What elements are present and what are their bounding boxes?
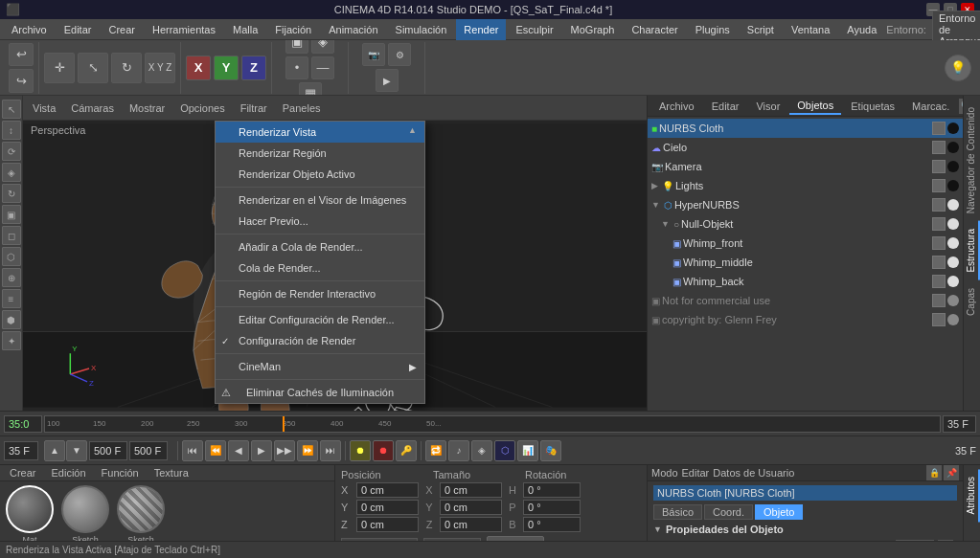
lights-vis-sq[interactable] [932, 179, 946, 192]
menu-renderizar-region[interactable]: Renderizar Región [216, 143, 424, 164]
goto-start-btn[interactable]: ⏮ [182, 440, 203, 461]
menu-animacion[interactable]: Animación [321, 19, 385, 40]
left-icon-6[interactable]: ▣ [2, 205, 21, 224]
obj-not-commercial[interactable]: ▣ Not for commercial use [648, 291, 963, 310]
poly-mode[interactable]: ▦ [299, 82, 322, 97]
record-btn[interactable]: ⏺ [350, 440, 371, 461]
mat-tab-textura[interactable]: Textura [148, 465, 194, 480]
menu-mograph[interactable]: MoGraph [563, 19, 623, 40]
left-icon-1[interactable]: ↖ [2, 100, 21, 119]
kamera-dot[interactable] [947, 161, 959, 172]
wm-dot[interactable] [947, 257, 959, 268]
transform-tool[interactable]: X Y Z [145, 53, 175, 83]
lights-dot[interactable] [947, 180, 959, 191]
mat-sphere-1[interactable] [6, 485, 54, 533]
pos-y-field[interactable]: 0 cm [356, 500, 419, 515]
obj-whimp-front[interactable]: ▣ Whimp_front [648, 234, 963, 253]
menu-herramientas[interactable]: Herramientas [145, 19, 223, 40]
mat-tab-edicion[interactable]: Edición [46, 465, 92, 480]
attr-tab-basico[interactable]: Básico [653, 504, 702, 520]
bulb-icon-btn[interactable]: 💡 [945, 55, 971, 81]
play-reverse-btn[interactable]: ◀ [228, 440, 249, 461]
vtab-navegador[interactable]: Navegador de Contenido [964, 100, 980, 221]
obj-null[interactable]: ▼ ○ Null-Objekt [648, 214, 963, 234]
loop-btn[interactable]: 🔁 [425, 440, 446, 461]
size-z-field[interactable]: 0 cm [440, 517, 502, 532]
fps-field[interactable]: 500 F [89, 441, 127, 460]
cr-vis-sq[interactable] [932, 313, 946, 326]
obj-nurbs-cloth[interactable]: ■ NURBS Cloth [648, 119, 963, 138]
size-x-field[interactable]: 0 cm [440, 482, 502, 498]
mat-item-3[interactable]: Sketch [115, 485, 167, 545]
menu-plugins[interactable]: Plugins [688, 19, 738, 40]
play-forward-btn[interactable]: ▶▶ [274, 440, 295, 461]
mat-sphere-3[interactable] [117, 485, 165, 533]
panel-tab-marcac[interactable]: Marcac. [904, 99, 957, 114]
hypernurbs-vis-sq[interactable] [932, 198, 946, 212]
rotate-tool[interactable]: ↻ [111, 53, 142, 83]
nurbs-cloth-dot[interactable] [947, 123, 959, 134]
menu-renderizar-objeto[interactable]: Renderizar Objeto Activo [216, 164, 424, 185]
panel-tab-visor[interactable]: Visor [748, 99, 787, 114]
obj-copyright[interactable]: ▣ copyright by: Glenn Frey [648, 310, 963, 329]
vtab-capas[interactable]: Capas [964, 280, 980, 324]
menu-editar-config[interactable]: Editar Configuración de Render... [216, 309, 424, 330]
mat-tab-crear[interactable]: Crear [4, 465, 42, 480]
rot-p-field[interactable]: 0 ° [523, 500, 581, 515]
left-icon-5[interactable]: ↻ [2, 184, 21, 203]
frame-display[interactable]: 35:0 [4, 415, 42, 433]
vp-btn-vista[interactable]: Vista [27, 100, 61, 116]
goto-end-btn[interactable]: ⏭ [320, 440, 341, 461]
camera-btn[interactable]: 📷 [362, 43, 385, 66]
nc-dot[interactable] [947, 295, 959, 306]
attr-tab-objeto[interactable]: Objeto [755, 504, 803, 520]
texture-mode[interactable]: ◈ [311, 40, 334, 54]
lights-expand-arrow[interactable]: ▶ [651, 181, 658, 190]
panel-tab-objetos[interactable]: Objetos [789, 98, 841, 115]
vp-btn-filtrar[interactable]: Filtrar [235, 100, 273, 116]
wf-dot[interactable] [947, 237, 959, 249]
fps-field-2[interactable]: 500 F [129, 441, 168, 460]
fps-display[interactable]: 35 F [943, 415, 976, 433]
pos-z-field[interactable]: 0 cm [356, 517, 419, 532]
attr-tab-modo[interactable]: Modo [651, 467, 678, 479]
frame-up-btn[interactable]: ▲ [44, 440, 65, 461]
cielo-dot[interactable] [947, 142, 959, 153]
wm-vis-sq[interactable] [932, 256, 946, 269]
menu-eliminar-caches[interactable]: ⚠ Eliminar Cachés de Iluminación [216, 382, 424, 403]
pos-x-field[interactable]: 0 cm [356, 482, 419, 498]
panel-tab-archivo[interactable]: Archivo [651, 99, 702, 114]
attr-pin-icon[interactable]: 📌 [944, 465, 959, 480]
mat-item-2[interactable]: Sketch [59, 485, 111, 545]
null-vis-sq[interactable] [932, 217, 946, 231]
cielo-vis-sq[interactable] [932, 141, 946, 154]
left-icon-9[interactable]: ⊕ [2, 268, 21, 287]
attr-tab-datos[interactable]: Datos de Usuario [713, 467, 794, 479]
left-icon-4[interactable]: ◈ [2, 163, 21, 182]
prop-collapse-arrow[interactable]: ▼ [653, 525, 662, 534]
menu-anadir-cola[interactable]: Añadir a Cola de Render... [216, 236, 424, 257]
size-y-field[interactable]: 0 cm [440, 500, 502, 515]
null-expand-arrow[interactable]: ▼ [661, 219, 670, 229]
menu-crear[interactable]: Crear [101, 19, 143, 40]
nurbs-cloth-vis-sq[interactable] [932, 122, 946, 135]
menu-cineman[interactable]: CineMan ▶ [216, 356, 424, 377]
mat-item-1[interactable]: Mat [4, 485, 56, 545]
vp-btn-mostrar[interactable]: Mostrar [124, 100, 171, 116]
left-icon-10[interactable]: ≡ [2, 289, 21, 308]
menu-script[interactable]: Script [740, 19, 782, 40]
scheme-btn[interactable]: ◈ [471, 440, 492, 461]
timeline-btn[interactable]: 📊 [517, 440, 538, 461]
menu-renderizar-vista[interactable]: Renderizar Vista ▲ [216, 122, 424, 143]
menu-archivo[interactable]: Archivo [4, 19, 55, 40]
menu-fijacion[interactable]: Fijación [267, 19, 319, 40]
obj-whimp-back[interactable]: ▣ Whimp_back [648, 272, 963, 291]
motion-blend-btn[interactable]: ⬡ [494, 440, 515, 461]
hypernurbs-dot[interactable] [947, 199, 959, 211]
attr-tab-coord[interactable]: Coord. [704, 504, 753, 520]
menu-simulacion[interactable]: Simulación [388, 19, 455, 40]
left-icon-11[interactable]: ⬢ [2, 310, 21, 329]
keyframe-btn[interactable]: 🔑 [396, 440, 417, 461]
menu-render[interactable]: Render [456, 19, 506, 40]
frame-down-btn[interactable]: ▼ [66, 440, 87, 461]
